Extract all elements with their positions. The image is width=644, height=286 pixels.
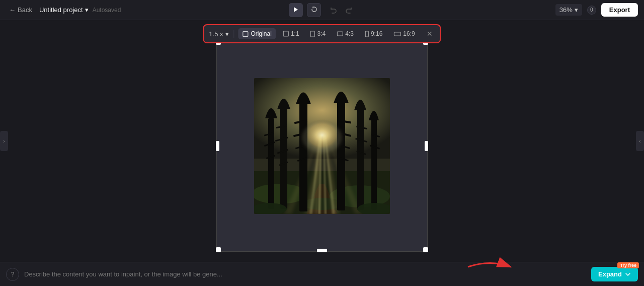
left-arrow-icon: › [3,138,5,144]
project-name[interactable]: Untitled project ▾ [39,6,89,14]
svg-rect-24 [268,118,274,209]
zoom-value: 36% [559,6,573,14]
prompt-input[interactable] [24,270,586,278]
aspect-original-button[interactable]: Original [238,28,276,39]
right-panel-toggle[interactable]: ‹ [636,131,644,151]
resize-handle-middle-left[interactable] [216,141,219,151]
expand-chevron-icon [625,271,631,277]
svg-rect-3 [311,31,315,37]
back-label: Back [18,6,32,14]
forest-image [254,78,390,214]
aspect-3-4-button[interactable]: 3:4 [306,28,330,39]
rotate-button[interactable] [307,3,321,17]
svg-rect-4 [337,32,343,36]
aspect-1-1-label: 1:1 [291,30,299,37]
canvas-frame[interactable] [216,40,428,252]
aspect-16-9-icon [393,32,401,36]
aspect-1-1-icon [283,31,289,37]
autosaved-label: Autosaved [93,7,121,14]
zoom-dropdown-icon: ▾ [225,30,229,38]
resize-handle-bottom-middle[interactable] [317,249,327,252]
project-name-text: Untitled project [39,6,83,14]
topbar: ← Back Untitled project ▾ Autosaved [0,0,644,20]
aspect-3-4-label: 3:4 [317,30,326,37]
right-arrow-icon: ‹ [639,138,640,144]
aspect-16-9-button[interactable]: 16:9 [389,28,419,39]
notification-badge: 0 [587,6,596,15]
left-panel-toggle[interactable]: › [0,131,8,151]
svg-point-52 [302,122,342,153]
svg-rect-43 [357,109,364,210]
aspect-ratio-toolbar: 1.5 x ▾ Original 1:1 3:4 4:3 9:16 16:9 ✕ [203,24,441,43]
notification-count: 0 [590,7,593,13]
play-button[interactable] [289,3,303,17]
resize-handle-bottom-right[interactable] [423,247,428,252]
resize-handle-bottom-left[interactable] [216,247,221,252]
expand-button-wrapper: Expand Try free [591,267,638,281]
expand-label: Expand [598,270,622,278]
svg-rect-28 [280,108,287,209]
aspect-9-16-button[interactable]: 9:16 [361,28,386,39]
redo-button[interactable] [342,4,355,17]
back-button[interactable]: ← Back [6,4,35,16]
svg-rect-5 [365,31,368,37]
aspect-16-9-label: 16:9 [403,30,415,37]
aspect-3-4-icon [310,31,315,37]
rotate-icon [311,6,317,14]
aspect-9-16-label: 9:16 [371,30,382,37]
topbar-left: ← Back Untitled project ▾ Autosaved [6,4,121,16]
aspect-4-3-label: 4:3 [345,30,354,37]
resize-handle-middle-right[interactable] [425,141,428,151]
project-name-chevron-icon: ▾ [85,6,89,14]
zoom-control[interactable]: 36% ▾ [555,4,582,16]
aspect-4-3-button[interactable]: 4:3 [333,28,358,39]
close-icon: ✕ [427,30,433,38]
aspect-4-3-icon [337,31,343,36]
aspect-original-label: Original [251,30,272,37]
bottom-bar: ? Expand Try free [0,262,644,286]
svg-rect-6 [394,32,400,36]
zoom-chevron-icon: ▾ [575,6,578,14]
forest-scene-svg [254,78,390,214]
topbar-right: 36% ▾ 0 Export [555,3,638,17]
back-arrow-icon: ← [9,6,16,14]
try-free-badge: Try free [617,262,639,268]
expand-button[interactable]: Expand [591,267,638,281]
svg-rect-1 [243,31,248,36]
undo-button[interactable] [327,4,340,17]
help-icon: ? [11,271,15,278]
help-button[interactable]: ? [6,268,19,281]
original-icon [243,31,249,37]
undo-redo-group [327,4,355,17]
aspect-9-16-icon [365,31,369,37]
play-icon [293,6,299,14]
aspect-toolbar-close-button[interactable]: ✕ [424,28,435,39]
zoom-value-text: 1.5 x [209,30,223,38]
svg-rect-38 [337,102,345,210]
topbar-center [289,3,355,17]
svg-marker-0 [294,7,298,12]
canvas-area: › [0,20,644,262]
aspect-1-1-button[interactable]: 1:1 [279,28,303,39]
svg-rect-2 [283,31,288,36]
zoom-selector[interactable]: 1.5 x ▾ [209,30,234,38]
export-button[interactable]: Export [601,3,638,17]
notifications-button[interactable]: 0 [587,6,596,15]
svg-rect-47 [371,119,377,210]
